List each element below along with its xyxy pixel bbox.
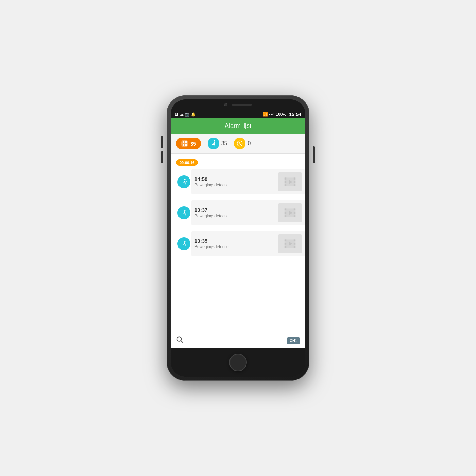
svg-rect-17 <box>285 208 286 210</box>
svg-rect-12 <box>294 181 295 183</box>
status-icons-right: 📶 ‹›‹› 100% 15:54 <box>263 112 302 117</box>
svg-rect-10 <box>285 184 286 186</box>
filter-bar[interactable]: 35 35 <box>171 134 305 154</box>
signal-icon: ‹›‹› <box>269 112 275 117</box>
svg-rect-20 <box>294 208 295 210</box>
svg-point-15 <box>184 209 186 211</box>
volume-down-button[interactable] <box>161 151 163 163</box>
svg-rect-13 <box>294 184 295 186</box>
app-title: Alarm lijst <box>175 122 301 130</box>
alarm-time-1: 13:37 <box>194 207 275 213</box>
svg-point-4 <box>214 140 215 142</box>
alarm-info-2: 13:35 Bewegingsdetectie <box>194 238 275 249</box>
filter-scheduled-count: 0 <box>248 140 251 147</box>
speaker <box>232 104 252 106</box>
alarm-item-2[interactable]: 13:35 Bewegingsdetectie <box>191 231 305 256</box>
filter-motion-count: 35 <box>221 140 227 147</box>
phone-device: 🖼 ☁ 📷 🔔 📶 ‹›‹› 100% 15:54 Alarm lijst <box>167 95 309 381</box>
svg-rect-21 <box>294 212 295 214</box>
filter-scheduled-item[interactable]: 0 <box>234 138 251 149</box>
alarm-item-0[interactable]: 14:50 Bewegingsdetectie <box>191 169 305 194</box>
app-screen: 🖼 ☁ 📷 🔔 📶 ‹›‹› 100% 15:54 Alarm lijst <box>171 110 305 348</box>
power-button[interactable] <box>313 146 315 163</box>
svg-rect-1 <box>185 141 187 143</box>
alarm-icon-0 <box>177 175 190 188</box>
filter-motion-item[interactable]: 35 <box>208 138 227 149</box>
alarm-card-0[interactable]: 14:50 Bewegingsdetectie <box>191 169 305 194</box>
svg-rect-3 <box>185 144 187 146</box>
date-section: 09-06-16 <box>171 157 305 169</box>
filter-motion-icon-bg <box>208 138 219 149</box>
time-display: 15:54 <box>289 112 301 117</box>
alarm-timeline: 14:50 Bewegingsdetectie <box>171 169 305 256</box>
alarm-card-1[interactable]: 13:37 Bewegingsdetectie <box>191 200 305 225</box>
svg-line-34 <box>181 341 183 342</box>
filter-all-count: 35 <box>190 141 196 147</box>
svg-rect-8 <box>285 177 286 179</box>
svg-rect-11 <box>294 177 295 179</box>
svg-rect-22 <box>294 215 295 217</box>
svg-point-6 <box>184 178 186 180</box>
alert-icon: 🔔 <box>191 112 196 117</box>
phone-screen-container: 🖼 ☁ 📷 🔔 📶 ‹›‹› 100% 15:54 Alarm lijst <box>171 99 305 377</box>
status-bar: 🖼 ☁ 📷 🔔 📶 ‹›‹› 100% 15:54 <box>171 110 305 118</box>
alarm-card-2[interactable]: 13:35 Bewegingsdetectie <box>191 231 305 256</box>
svg-rect-19 <box>285 215 286 217</box>
search-button[interactable] <box>176 336 184 345</box>
svg-rect-27 <box>285 243 286 244</box>
status-icons-left: 🖼 ☁ 📷 🔔 <box>175 112 196 117</box>
svg-point-24 <box>184 240 186 242</box>
phone-notch <box>171 99 305 110</box>
wifi-icon: 📶 <box>263 112 268 117</box>
svg-rect-0 <box>183 141 184 143</box>
svg-rect-30 <box>294 243 295 244</box>
svg-rect-28 <box>285 246 286 248</box>
home-button[interactable] <box>229 354 247 371</box>
alarm-thumbnail-1[interactable] <box>278 203 302 222</box>
alarm-info-1: 13:37 Bewegingsdetectie <box>194 207 275 218</box>
bottom-bar: CH1 <box>171 333 305 348</box>
alarm-list-content: 09-06-16 14:50 <box>171 154 305 333</box>
alarm-item-1[interactable]: 13:37 Bewegingsdetectie <box>191 200 305 225</box>
svg-rect-9 <box>285 181 286 183</box>
alarm-type-0: Bewegingsdetectie <box>194 183 275 187</box>
channel-badge[interactable]: CH1 <box>287 337 300 344</box>
alarm-info-0: 14:50 Bewegingsdetectie <box>194 176 275 187</box>
svg-rect-29 <box>294 239 295 241</box>
svg-rect-18 <box>285 212 286 214</box>
alarm-icon-2 <box>177 237 190 250</box>
alarm-time-2: 13:35 <box>194 238 275 244</box>
notification-icon: 🖼 <box>175 112 178 116</box>
upload-icon: ☁ <box>180 112 184 117</box>
alarm-icon-1 <box>177 206 190 219</box>
app-header: Alarm lijst <box>171 118 305 134</box>
grid-icon <box>181 140 188 147</box>
date-badge: 09-06-16 <box>176 159 198 166</box>
alarm-time-0: 14:50 <box>194 176 275 182</box>
svg-rect-31 <box>294 246 295 248</box>
app-icon: 📷 <box>185 112 190 117</box>
alarm-type-2: Bewegingsdetectie <box>194 244 275 249</box>
alarm-thumbnail-0[interactable] <box>278 172 302 191</box>
volume-up-button[interactable] <box>161 136 163 148</box>
battery-text: 100% <box>276 112 286 117</box>
alarm-type-1: Bewegingsdetectie <box>194 214 275 218</box>
svg-rect-2 <box>183 144 184 146</box>
front-camera <box>224 103 227 106</box>
filter-scheduled-icon-bg <box>234 138 245 149</box>
phone-bottom-bar <box>171 348 305 377</box>
filter-all-pill[interactable]: 35 <box>176 138 201 149</box>
alarm-thumbnail-2[interactable] <box>278 234 302 253</box>
svg-rect-26 <box>285 239 286 241</box>
